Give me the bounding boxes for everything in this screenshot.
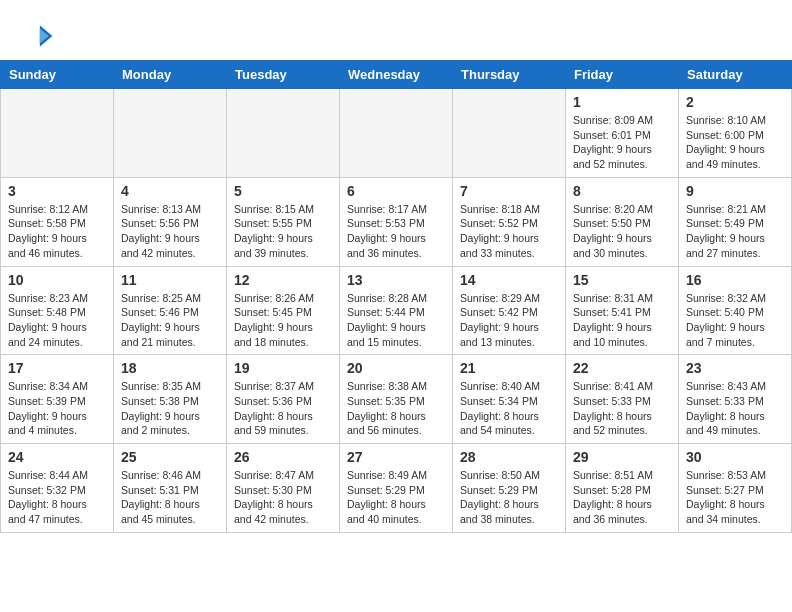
day-info: Sunrise: 8:29 AM Sunset: 5:42 PM Dayligh… bbox=[460, 291, 558, 350]
day-number: 26 bbox=[234, 449, 332, 465]
calendar-day-cell: 19Sunrise: 8:37 AM Sunset: 5:36 PM Dayli… bbox=[227, 355, 340, 444]
day-info: Sunrise: 8:51 AM Sunset: 5:28 PM Dayligh… bbox=[573, 468, 671, 527]
day-number: 6 bbox=[347, 183, 445, 199]
calendar-week-row: 24Sunrise: 8:44 AM Sunset: 5:32 PM Dayli… bbox=[1, 444, 792, 533]
weekday-header: Saturday bbox=[679, 61, 792, 89]
calendar-day-cell: 1Sunrise: 8:09 AM Sunset: 6:01 PM Daylig… bbox=[566, 89, 679, 178]
page-header bbox=[0, 0, 792, 60]
calendar-day-cell: 21Sunrise: 8:40 AM Sunset: 5:34 PM Dayli… bbox=[453, 355, 566, 444]
day-number: 29 bbox=[573, 449, 671, 465]
day-info: Sunrise: 8:31 AM Sunset: 5:41 PM Dayligh… bbox=[573, 291, 671, 350]
day-number: 4 bbox=[121, 183, 219, 199]
day-number: 20 bbox=[347, 360, 445, 376]
calendar-day-cell: 7Sunrise: 8:18 AM Sunset: 5:52 PM Daylig… bbox=[453, 177, 566, 266]
calendar-day-cell: 27Sunrise: 8:49 AM Sunset: 5:29 PM Dayli… bbox=[340, 444, 453, 533]
calendar-day-cell: 8Sunrise: 8:20 AM Sunset: 5:50 PM Daylig… bbox=[566, 177, 679, 266]
day-number: 18 bbox=[121, 360, 219, 376]
calendar-day-cell: 3Sunrise: 8:12 AM Sunset: 5:58 PM Daylig… bbox=[1, 177, 114, 266]
calendar-day-cell bbox=[114, 89, 227, 178]
day-number: 15 bbox=[573, 272, 671, 288]
calendar-day-cell: 2Sunrise: 8:10 AM Sunset: 6:00 PM Daylig… bbox=[679, 89, 792, 178]
day-info: Sunrise: 8:34 AM Sunset: 5:39 PM Dayligh… bbox=[8, 379, 106, 438]
day-number: 2 bbox=[686, 94, 784, 110]
day-number: 8 bbox=[573, 183, 671, 199]
day-number: 9 bbox=[686, 183, 784, 199]
day-info: Sunrise: 8:43 AM Sunset: 5:33 PM Dayligh… bbox=[686, 379, 784, 438]
calendar-day-cell: 14Sunrise: 8:29 AM Sunset: 5:42 PM Dayli… bbox=[453, 266, 566, 355]
day-info: Sunrise: 8:15 AM Sunset: 5:55 PM Dayligh… bbox=[234, 202, 332, 261]
day-info: Sunrise: 8:35 AM Sunset: 5:38 PM Dayligh… bbox=[121, 379, 219, 438]
day-number: 11 bbox=[121, 272, 219, 288]
calendar-day-cell: 11Sunrise: 8:25 AM Sunset: 5:46 PM Dayli… bbox=[114, 266, 227, 355]
day-info: Sunrise: 8:46 AM Sunset: 5:31 PM Dayligh… bbox=[121, 468, 219, 527]
day-info: Sunrise: 8:13 AM Sunset: 5:56 PM Dayligh… bbox=[121, 202, 219, 261]
calendar-day-cell: 17Sunrise: 8:34 AM Sunset: 5:39 PM Dayli… bbox=[1, 355, 114, 444]
day-number: 22 bbox=[573, 360, 671, 376]
day-info: Sunrise: 8:41 AM Sunset: 5:33 PM Dayligh… bbox=[573, 379, 671, 438]
calendar-day-cell: 18Sunrise: 8:35 AM Sunset: 5:38 PM Dayli… bbox=[114, 355, 227, 444]
day-number: 27 bbox=[347, 449, 445, 465]
day-info: Sunrise: 8:47 AM Sunset: 5:30 PM Dayligh… bbox=[234, 468, 332, 527]
day-number: 12 bbox=[234, 272, 332, 288]
calendar-day-cell bbox=[340, 89, 453, 178]
day-number: 16 bbox=[686, 272, 784, 288]
weekday-header: Friday bbox=[566, 61, 679, 89]
logo bbox=[20, 18, 60, 54]
weekday-header: Sunday bbox=[1, 61, 114, 89]
calendar-day-cell: 4Sunrise: 8:13 AM Sunset: 5:56 PM Daylig… bbox=[114, 177, 227, 266]
day-info: Sunrise: 8:40 AM Sunset: 5:34 PM Dayligh… bbox=[460, 379, 558, 438]
weekday-header: Thursday bbox=[453, 61, 566, 89]
day-info: Sunrise: 8:26 AM Sunset: 5:45 PM Dayligh… bbox=[234, 291, 332, 350]
calendar-day-cell bbox=[1, 89, 114, 178]
day-number: 3 bbox=[8, 183, 106, 199]
day-info: Sunrise: 8:25 AM Sunset: 5:46 PM Dayligh… bbox=[121, 291, 219, 350]
day-info: Sunrise: 8:23 AM Sunset: 5:48 PM Dayligh… bbox=[8, 291, 106, 350]
calendar-day-cell: 29Sunrise: 8:51 AM Sunset: 5:28 PM Dayli… bbox=[566, 444, 679, 533]
day-number: 7 bbox=[460, 183, 558, 199]
day-number: 14 bbox=[460, 272, 558, 288]
calendar-week-row: 10Sunrise: 8:23 AM Sunset: 5:48 PM Dayli… bbox=[1, 266, 792, 355]
calendar-header-row: SundayMondayTuesdayWednesdayThursdayFrid… bbox=[1, 61, 792, 89]
calendar-day-cell: 22Sunrise: 8:41 AM Sunset: 5:33 PM Dayli… bbox=[566, 355, 679, 444]
calendar-day-cell bbox=[227, 89, 340, 178]
weekday-header: Tuesday bbox=[227, 61, 340, 89]
calendar-day-cell: 9Sunrise: 8:21 AM Sunset: 5:49 PM Daylig… bbox=[679, 177, 792, 266]
calendar-day-cell: 25Sunrise: 8:46 AM Sunset: 5:31 PM Dayli… bbox=[114, 444, 227, 533]
day-info: Sunrise: 8:17 AM Sunset: 5:53 PM Dayligh… bbox=[347, 202, 445, 261]
day-info: Sunrise: 8:21 AM Sunset: 5:49 PM Dayligh… bbox=[686, 202, 784, 261]
day-number: 17 bbox=[8, 360, 106, 376]
day-number: 5 bbox=[234, 183, 332, 199]
calendar-day-cell: 20Sunrise: 8:38 AM Sunset: 5:35 PM Dayli… bbox=[340, 355, 453, 444]
day-info: Sunrise: 8:28 AM Sunset: 5:44 PM Dayligh… bbox=[347, 291, 445, 350]
day-number: 30 bbox=[686, 449, 784, 465]
calendar-day-cell: 30Sunrise: 8:53 AM Sunset: 5:27 PM Dayli… bbox=[679, 444, 792, 533]
calendar-day-cell: 6Sunrise: 8:17 AM Sunset: 5:53 PM Daylig… bbox=[340, 177, 453, 266]
day-number: 1 bbox=[573, 94, 671, 110]
calendar-day-cell bbox=[453, 89, 566, 178]
calendar-day-cell: 24Sunrise: 8:44 AM Sunset: 5:32 PM Dayli… bbox=[1, 444, 114, 533]
day-info: Sunrise: 8:49 AM Sunset: 5:29 PM Dayligh… bbox=[347, 468, 445, 527]
day-info: Sunrise: 8:20 AM Sunset: 5:50 PM Dayligh… bbox=[573, 202, 671, 261]
day-number: 23 bbox=[686, 360, 784, 376]
day-info: Sunrise: 8:37 AM Sunset: 5:36 PM Dayligh… bbox=[234, 379, 332, 438]
day-info: Sunrise: 8:10 AM Sunset: 6:00 PM Dayligh… bbox=[686, 113, 784, 172]
day-info: Sunrise: 8:50 AM Sunset: 5:29 PM Dayligh… bbox=[460, 468, 558, 527]
day-number: 24 bbox=[8, 449, 106, 465]
weekday-header: Monday bbox=[114, 61, 227, 89]
calendar-table: SundayMondayTuesdayWednesdayThursdayFrid… bbox=[0, 60, 792, 533]
day-info: Sunrise: 8:18 AM Sunset: 5:52 PM Dayligh… bbox=[460, 202, 558, 261]
day-info: Sunrise: 8:09 AM Sunset: 6:01 PM Dayligh… bbox=[573, 113, 671, 172]
calendar-day-cell: 23Sunrise: 8:43 AM Sunset: 5:33 PM Dayli… bbox=[679, 355, 792, 444]
day-number: 28 bbox=[460, 449, 558, 465]
calendar-day-cell: 10Sunrise: 8:23 AM Sunset: 5:48 PM Dayli… bbox=[1, 266, 114, 355]
day-number: 21 bbox=[460, 360, 558, 376]
calendar-week-row: 3Sunrise: 8:12 AM Sunset: 5:58 PM Daylig… bbox=[1, 177, 792, 266]
logo-icon bbox=[20, 18, 56, 54]
weekday-header: Wednesday bbox=[340, 61, 453, 89]
day-number: 19 bbox=[234, 360, 332, 376]
day-info: Sunrise: 8:12 AM Sunset: 5:58 PM Dayligh… bbox=[8, 202, 106, 261]
day-number: 13 bbox=[347, 272, 445, 288]
day-info: Sunrise: 8:44 AM Sunset: 5:32 PM Dayligh… bbox=[8, 468, 106, 527]
day-number: 10 bbox=[8, 272, 106, 288]
calendar-day-cell: 13Sunrise: 8:28 AM Sunset: 5:44 PM Dayli… bbox=[340, 266, 453, 355]
